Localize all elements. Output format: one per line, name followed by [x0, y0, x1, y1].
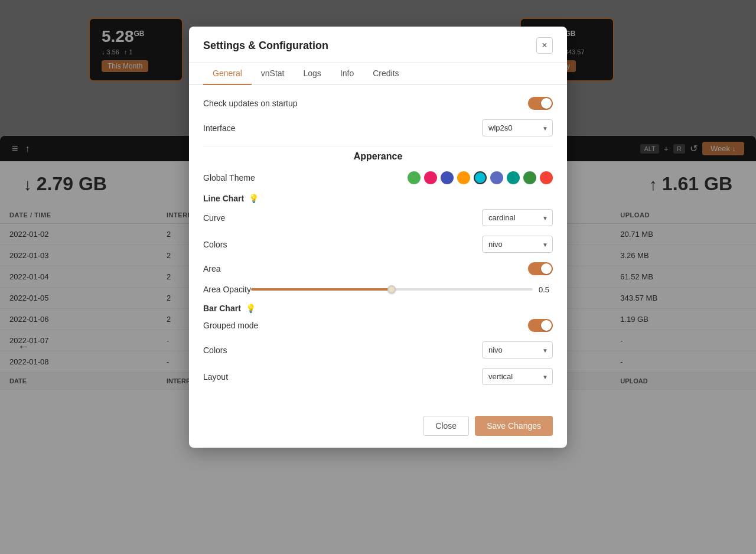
grouped-mode-label: Grouped mode	[203, 321, 258, 330]
bar-lightbulb-icon: 💡	[246, 304, 256, 313]
grouped-mode-thumb	[541, 320, 552, 331]
check-updates-thumb	[541, 98, 552, 109]
curve-label: Curve	[203, 213, 225, 223]
modal-body: Check updates on startup Interface wlp2s…	[189, 85, 567, 406]
modal-tabs: General vnStat Logs Info Credits	[189, 63, 567, 85]
bar-colors-select[interactable]: nivo category10 accent dark2	[482, 341, 553, 359]
divider-1	[203, 146, 553, 146]
area-thumb	[541, 263, 552, 274]
area-opacity-label: Area Opacity	[203, 285, 251, 294]
line-chart-section: Line Chart 💡	[203, 194, 553, 203]
modal-title: Settings & Configuration	[203, 40, 328, 52]
line-colors-row: Colors nivo category10 accent dark2 ▼	[203, 236, 553, 253]
curve-select-wrap: cardinal linear natural step ▼	[482, 209, 553, 226]
line-colors-select[interactable]: nivo category10 accent dark2	[482, 236, 553, 253]
save-changes-button[interactable]: Save Changes	[475, 416, 553, 436]
color-swatch-green[interactable]	[408, 171, 421, 184]
tab-general[interactable]: General	[203, 63, 252, 85]
color-swatch-red[interactable]	[540, 171, 553, 184]
lightbulb-icon: 💡	[249, 194, 259, 203]
check-updates-toggle[interactable]	[528, 97, 553, 110]
layout-label: Layout	[203, 372, 228, 382]
color-swatch-indigo[interactable]	[490, 171, 503, 184]
slider-fill	[251, 288, 392, 291]
area-opacity-value: 0.5	[539, 285, 553, 294]
global-theme-row: Global Theme	[203, 171, 553, 184]
area-toggle[interactable]	[528, 262, 553, 275]
curve-row: Curve cardinal linear natural step ▼	[203, 209, 553, 226]
color-swatch-orange[interactable]	[457, 171, 470, 184]
bar-chart-section: Bar Chart 💡	[203, 304, 553, 313]
color-swatch-green-2[interactable]	[523, 171, 536, 184]
layout-select-wrap: vertical horizontal ▼	[482, 368, 553, 385]
modal-close-button[interactable]: ×	[536, 37, 553, 54]
bar-colors-label: Colors	[203, 346, 227, 355]
bar-chart-label: Bar Chart	[203, 304, 241, 313]
grouped-mode-toggle[interactable]	[528, 319, 553, 332]
line-colors-label: Colors	[203, 240, 227, 249]
global-theme-label: Global Theme	[203, 173, 255, 183]
slider-thumb	[387, 285, 396, 294]
modal-header: Settings & Configuration ×	[189, 27, 567, 63]
tab-info[interactable]: Info	[331, 63, 363, 85]
check-updates-label: Check updates on startup	[203, 99, 298, 108]
color-swatch-blue-dark[interactable]	[441, 171, 454, 184]
tab-credits[interactable]: Credits	[363, 63, 408, 85]
line-colors-select-wrap: nivo category10 accent dark2 ▼	[482, 236, 553, 253]
bar-colors-select-wrap: nivo category10 accent dark2 ▼	[482, 341, 553, 359]
area-label: Area	[203, 264, 221, 273]
check-updates-row: Check updates on startup	[203, 97, 553, 110]
grouped-mode-row: Grouped mode	[203, 319, 553, 332]
appearance-heading: Apperance	[203, 151, 553, 162]
area-opacity-row: Area Opacity 0.5	[203, 285, 553, 294]
interface-label: Interface	[203, 123, 235, 133]
layout-row: Layout vertical horizontal ▼	[203, 368, 553, 385]
tab-logs[interactable]: Logs	[294, 63, 331, 85]
area-opacity-slider[interactable]	[251, 288, 533, 291]
bar-colors-row: Colors nivo category10 accent dark2 ▼	[203, 341, 553, 359]
interface-row: Interface wlp2s0 eth0 lo ▼	[203, 119, 553, 136]
modal-footer: Close Save Changes	[189, 406, 567, 448]
interface-select-wrap: wlp2s0 eth0 lo ▼	[482, 119, 553, 136]
area-row: Area	[203, 262, 553, 275]
layout-select[interactable]: vertical horizontal	[482, 368, 553, 385]
curve-select[interactable]: cardinal linear natural step	[482, 209, 553, 226]
color-swatch-pink[interactable]	[424, 171, 437, 184]
color-swatch-teal-dark[interactable]	[507, 171, 520, 184]
tab-vnstat[interactable]: vnStat	[252, 63, 294, 85]
settings-modal: Settings & Configuration × General vnSta…	[189, 27, 567, 448]
area-opacity-slider-wrap: 0.5	[251, 285, 553, 294]
interface-select[interactable]: wlp2s0 eth0 lo	[482, 119, 553, 136]
color-swatch-teal[interactable]	[474, 171, 487, 184]
color-swatches	[408, 171, 553, 184]
close-button[interactable]: Close	[423, 416, 469, 436]
line-chart-label: Line Chart	[203, 194, 244, 203]
